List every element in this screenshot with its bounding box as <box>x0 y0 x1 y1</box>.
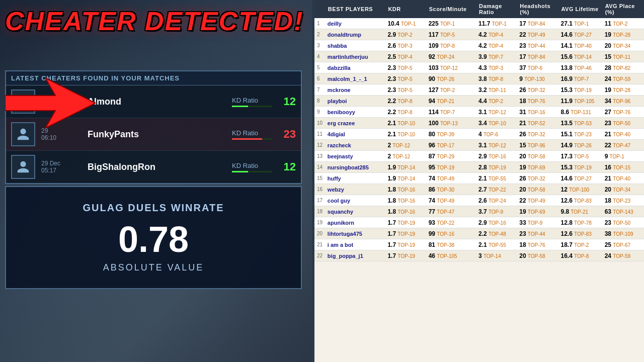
hs-value: 20 <box>519 186 526 193</box>
place-value: 19 <box>605 31 611 38</box>
avg-top: TOP-19 <box>574 87 592 93</box>
hs-top: TOP-76 <box>528 99 545 104</box>
player-place: 18 TOP-23 <box>603 195 644 206</box>
cheater-value: 23 <box>278 128 296 141</box>
avg-top: TOP-1 <box>574 21 589 27</box>
kdr-top: TOP-12 <box>392 154 410 159</box>
player-name: huffy <box>326 173 386 184</box>
place-top: TOP-47 <box>613 143 630 148</box>
kdr-value: 1.7 <box>387 230 396 237</box>
place-value: 9 <box>605 153 608 160</box>
place-top: TOP-11 <box>613 54 630 60</box>
player-name: apunikorn <box>326 217 386 228</box>
dr-value: 4.3 <box>478 64 487 71</box>
player-kdr: 2.3 TOP-5 <box>386 62 427 73</box>
player-rank: 1 <box>314 18 326 29</box>
dr-value: 3.8 <box>478 75 487 82</box>
player-spm: 114 TOP-7 <box>427 107 477 118</box>
spm-value: 109 <box>429 42 439 49</box>
kdr-top: TOP-10 <box>397 121 415 126</box>
spm-top: TOP-8 <box>440 43 455 49</box>
player-avg: 14.6 TOP-27 <box>559 29 603 40</box>
spm-top: TOP-38 <box>437 242 454 248</box>
spm-value: 80 <box>429 131 435 138</box>
spm-value: 95 <box>429 164 435 171</box>
hs-value: 33 <box>519 219 526 226</box>
player-spm: 99 TOP-16 <box>427 228 477 239</box>
dr-top: TOP-3 <box>489 65 503 71</box>
place-top: TOP-50 <box>613 220 630 226</box>
avg-value: 27.1 <box>560 20 572 27</box>
player-kdr: 1.8 TOP-16 <box>386 184 427 195</box>
table-row: 22 big_poppa_j1 1.7 TOP-19 46 TOP-105 3 … <box>314 250 644 261</box>
player-place: 34 TOP-96 <box>603 96 644 107</box>
player-spm: 93 TOP-22 <box>427 217 477 228</box>
kdr-top: TOP-5 <box>397 87 412 93</box>
kdr-top: TOP-8 <box>397 110 412 115</box>
kdr-value: 2 <box>387 142 391 149</box>
player-place: 11 TOP-2 <box>603 18 644 29</box>
hs-value: 21 <box>519 120 526 127</box>
kdr-top: TOP-19 <box>397 231 415 237</box>
player-place: 38 TOP-109 <box>603 228 644 239</box>
spm-top: TOP-30 <box>437 187 454 193</box>
place-value: 27 <box>605 109 611 116</box>
hs-value: 31 <box>519 109 526 116</box>
spm-value: 92 <box>429 53 435 60</box>
avg-value: 15.3 <box>560 164 572 171</box>
hs-top: TOP-32 <box>528 132 545 137</box>
player-place: 24 TOP-59 <box>603 250 644 261</box>
hs-top: TOP-52 <box>528 121 545 126</box>
dr-value: 11.7 <box>478 20 490 27</box>
player-avg: 15.3 TOP-19 <box>559 84 603 96</box>
kdr-value: 2.9 <box>387 31 396 38</box>
dr-top: TOP-14 <box>484 253 501 259</box>
dr-top: TOP-16 <box>489 220 506 226</box>
dr-value: 3.4 <box>478 120 487 127</box>
place-value: 25 <box>605 241 611 248</box>
cheater-name: Almond <box>88 97 226 107</box>
kdr-value: 2.5 <box>387 53 396 60</box>
spm-top: TOP-12 <box>440 65 458 71</box>
avg-value: 13.8 <box>560 64 572 71</box>
dr-top: TOP-19 <box>489 165 506 170</box>
dr-top: TOP-48 <box>489 231 506 237</box>
player-name: nursingboat285 <box>326 162 386 173</box>
spm-top: TOP-13 <box>440 121 458 126</box>
player-rank: 15 <box>314 173 326 184</box>
table-row: 14 nursingboat285 1.9 TOP-14 95 TOP-19 2… <box>314 162 644 173</box>
player-kdr: 2.2 TOP-8 <box>386 107 427 118</box>
player-dr: 4.3 TOP-3 <box>477 62 518 73</box>
player-kdr: 2.2 TOP-8 <box>386 96 427 107</box>
place-value: 28 <box>605 64 611 71</box>
place-top: TOP-59 <box>613 76 630 82</box>
kdr-top: TOP-12 <box>392 143 410 148</box>
avg-top: TOP-40 <box>574 43 592 49</box>
kdr-top: TOP-16 <box>397 198 415 204</box>
dr-value: 4 <box>478 131 482 138</box>
table-row: 5 dabzzilla 2.3 TOP-5 103 TOP-12 4.3 TOP… <box>314 62 644 73</box>
hs-value: 22 <box>519 31 526 38</box>
dr-top: TOP-2 <box>489 99 503 104</box>
gulag-panel: GULAG DUELS WINRATE 0.78 ABSOLUTE VALUE <box>5 186 302 289</box>
spm-top: TOP-24 <box>437 54 454 60</box>
player-name: dabzzilla <box>326 62 386 73</box>
dr-top: TOP-1 <box>492 21 507 27</box>
spm-top: TOP-19 <box>437 165 454 170</box>
player-rank: 20 <box>314 228 326 239</box>
spm-top: TOP-17 <box>437 143 454 148</box>
player-kdr: 2.1 TOP-10 <box>386 118 427 129</box>
player-spm: 74 TOP-49 <box>427 173 477 184</box>
player-hs: 26 TOP-32 <box>518 84 559 96</box>
col-header-rank <box>314 0 326 18</box>
hs-value: 20 <box>519 252 526 259</box>
hs-value: 22 <box>519 197 526 204</box>
cheater-time: 05:17 <box>41 167 82 174</box>
place-value: 23 <box>605 120 611 127</box>
player-spm: 103 TOP-12 <box>427 62 477 73</box>
place-value: 15 <box>605 53 611 60</box>
hs-top: TOP-44 <box>528 231 545 237</box>
table-row: 15 huffy 1.9 TOP-14 74 TOP-49 2.1 TOP-55… <box>314 173 644 184</box>
hs-value: 17 <box>519 20 526 27</box>
col-header-players: BEST PLAYERS <box>326 0 386 18</box>
